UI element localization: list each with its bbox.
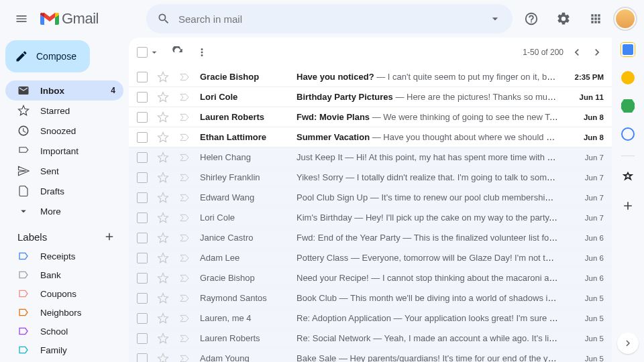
tasks-icon[interactable] xyxy=(621,99,635,113)
compose-button[interactable]: Compose xyxy=(5,40,90,72)
email-row[interactable]: Edward Wang Pool Club Sign Up — It's tim… xyxy=(129,188,612,208)
email-checkbox[interactable] xyxy=(137,172,148,183)
star-button[interactable] xyxy=(157,131,169,143)
important-button[interactable] xyxy=(178,72,191,82)
email-row[interactable]: Raymond Santos Book Club — This month we… xyxy=(129,288,612,308)
important-button[interactable] xyxy=(178,113,191,122)
important-button[interactable] xyxy=(178,153,191,162)
email-row[interactable]: Lauren, me 4 Re: Adoption Application — … xyxy=(129,308,612,328)
email-checkbox[interactable] xyxy=(137,72,148,82)
nav-item-inbox[interactable]: Inbox4 xyxy=(5,80,123,101)
email-checkbox[interactable] xyxy=(137,192,148,203)
nav-item-starred[interactable]: Starred xyxy=(5,101,123,121)
nav-item-sent[interactable]: Sent xyxy=(5,161,123,181)
email-checkbox[interactable] xyxy=(137,353,148,363)
star-button[interactable] xyxy=(157,192,169,204)
star-button[interactable] xyxy=(157,111,169,123)
get-addons-button[interactable] xyxy=(621,199,635,213)
email-checkbox[interactable] xyxy=(137,92,148,103)
important-button[interactable] xyxy=(178,354,191,363)
main-menu-button[interactable] xyxy=(8,5,35,32)
keep-icon[interactable] xyxy=(621,71,635,84)
add-label-button[interactable] xyxy=(103,231,115,243)
star-button[interactable] xyxy=(157,71,169,83)
label-item-receipts[interactable]: Receipts xyxy=(5,247,123,265)
email-row[interactable]: Adam Lee Pottery Class — Everyone, tomor… xyxy=(129,248,612,268)
label-item-bank[interactable]: Bank xyxy=(5,265,123,284)
important-button[interactable] xyxy=(178,334,191,343)
select-all[interactable] xyxy=(137,47,160,58)
label-item-coupons[interactable]: Coupons xyxy=(5,284,123,303)
page-next-button[interactable] xyxy=(590,46,604,59)
email-row[interactable]: Janice Castro Fwd: End of the Year Party… xyxy=(129,228,612,248)
support-button[interactable] xyxy=(518,5,545,32)
important-button[interactable] xyxy=(178,274,191,283)
email-row[interactable]: Ethan Lattimore Summer Vacation — Have y… xyxy=(129,127,612,147)
email-row[interactable]: Lori Cole Birthday Party Pictures — Here… xyxy=(129,87,612,107)
star-button[interactable] xyxy=(157,172,169,184)
important-button[interactable] xyxy=(178,233,191,243)
important-button[interactable] xyxy=(178,213,191,223)
email-row[interactable]: Gracie Bishop Need your Recipe! — I cann… xyxy=(129,268,612,288)
important-button[interactable] xyxy=(178,314,191,323)
label-item-neighbors[interactable]: Neighbors xyxy=(5,303,123,322)
email-checkbox[interactable] xyxy=(137,213,148,223)
page-prev-button[interactable] xyxy=(570,46,584,59)
contacts-icon[interactable] xyxy=(621,127,635,141)
account-avatar[interactable] xyxy=(614,8,636,29)
nav-item-snoozed[interactable]: Snoozed xyxy=(5,121,123,141)
important-button[interactable] xyxy=(178,253,191,263)
search-input[interactable] xyxy=(178,13,480,25)
nav-item-more[interactable]: More xyxy=(5,201,123,221)
email-checkbox[interactable] xyxy=(137,233,148,243)
select-all-checkbox[interactable] xyxy=(137,47,148,58)
more-actions-button[interactable] xyxy=(196,46,208,58)
apps-button[interactable] xyxy=(582,5,609,32)
gmail-logo[interactable]: Gmail xyxy=(40,10,141,27)
addons-icon[interactable] xyxy=(621,171,635,184)
email-checkbox[interactable] xyxy=(137,313,148,324)
email-row[interactable]: Lauren Roberts Fwd: Movie Plans — We wer… xyxy=(129,107,612,127)
star-button[interactable] xyxy=(157,232,169,244)
star-button[interactable] xyxy=(157,333,169,345)
calendar-icon[interactable] xyxy=(621,43,635,56)
email-checkbox[interactable] xyxy=(137,152,148,163)
email-checkbox[interactable] xyxy=(137,293,148,304)
email-row[interactable]: Shirley Franklin Yikes! Sorry — I totall… xyxy=(129,168,612,188)
star-button[interactable] xyxy=(157,353,169,363)
email-checkbox[interactable] xyxy=(137,132,148,143)
star-button[interactable] xyxy=(157,91,169,103)
star-button[interactable] xyxy=(157,152,169,164)
email-row[interactable]: Helen Chang Just Keep It — Hi! At this p… xyxy=(129,147,612,168)
label-item-family[interactable]: Family xyxy=(5,341,123,359)
help-icon xyxy=(524,11,539,26)
star-button[interactable] xyxy=(157,252,169,264)
email-row[interactable]: Adam Young Bake Sale — Hey parents/guard… xyxy=(129,349,612,362)
important-button[interactable] xyxy=(178,193,191,202)
star-button[interactable] xyxy=(157,212,169,224)
important-button[interactable] xyxy=(178,294,191,303)
email-checkbox[interactable] xyxy=(137,112,148,123)
email-row[interactable]: Lori Cole Kim's Birthday — Hey! I'll pic… xyxy=(129,208,612,228)
email-checkbox[interactable] xyxy=(137,253,148,263)
chevron-down-icon[interactable] xyxy=(149,47,160,58)
nav-item-important[interactable]: Important xyxy=(5,141,123,161)
important-button[interactable] xyxy=(178,93,191,102)
email-checkbox[interactable] xyxy=(137,273,148,284)
settings-button[interactable] xyxy=(550,5,577,32)
search-bar[interactable] xyxy=(146,4,513,34)
star-button[interactable] xyxy=(157,272,169,284)
star-button[interactable] xyxy=(157,292,169,304)
label-item-more[interactable]: More xyxy=(5,359,123,362)
refresh-button[interactable] xyxy=(172,46,184,58)
hide-panel-button[interactable] xyxy=(617,333,639,354)
important-button[interactable] xyxy=(178,133,191,142)
email-checkbox[interactable] xyxy=(137,333,148,344)
email-row[interactable]: Lauren Roberts Re: Social Network — Yeah… xyxy=(129,328,612,349)
label-item-school[interactable]: School xyxy=(5,322,123,341)
nav-item-drafts[interactable]: Drafts xyxy=(5,181,123,201)
email-row[interactable]: Gracie Bishop Have you noticed? — I can'… xyxy=(129,67,612,87)
star-button[interactable] xyxy=(157,312,169,324)
search-options-icon[interactable] xyxy=(488,12,502,25)
important-button[interactable] xyxy=(178,173,191,182)
